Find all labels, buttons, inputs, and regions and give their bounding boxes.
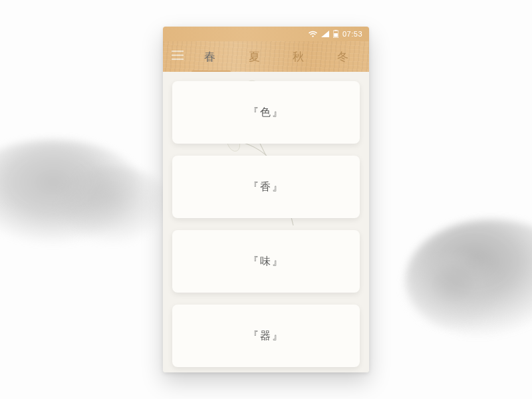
hamburger-icon xyxy=(172,51,184,63)
card-vessel[interactable]: 『器』 xyxy=(172,305,360,367)
tab-summer[interactable]: 夏 xyxy=(247,47,262,67)
card-scent[interactable]: 『香』 xyxy=(172,156,360,218)
tab-autumn[interactable]: 秋 xyxy=(291,47,306,67)
bg-mountain-left xyxy=(0,140,146,246)
tab-bar: 春 夏 秋 冬 xyxy=(163,41,369,72)
signal-icon xyxy=(321,31,329,37)
svg-rect-5 xyxy=(172,59,184,60)
card-color[interactable]: 『色』 xyxy=(172,81,360,144)
svg-rect-2 xyxy=(334,33,338,37)
bg-mountain-right-low xyxy=(399,253,505,332)
wifi-icon xyxy=(309,31,317,37)
card-label: 『器』 xyxy=(248,329,284,343)
svg-rect-1 xyxy=(334,30,336,31)
status-bar: 07:53 xyxy=(163,27,369,41)
content-area: 『色』 『香』 『味』 『器』 xyxy=(163,72,369,372)
svg-rect-3 xyxy=(172,51,184,52)
card-taste[interactable]: 『味』 xyxy=(172,230,360,293)
card-label: 『香』 xyxy=(248,180,284,194)
season-tabs: 春 夏 秋 冬 xyxy=(188,47,365,67)
tab-winter[interactable]: 冬 xyxy=(336,47,350,67)
status-clock: 07:53 xyxy=(342,30,362,38)
card-label: 『味』 xyxy=(248,255,284,269)
battery-icon xyxy=(333,30,338,38)
phone-frame: 07:53 春 夏 秋 冬 xyxy=(163,27,369,372)
bg-mountain-left-low xyxy=(53,166,173,246)
card-label: 『色』 xyxy=(248,106,284,120)
tab-spring[interactable]: 春 xyxy=(203,47,217,67)
menu-button[interactable] xyxy=(167,51,188,63)
bg-mountain-right xyxy=(406,219,532,339)
svg-rect-4 xyxy=(172,55,184,56)
